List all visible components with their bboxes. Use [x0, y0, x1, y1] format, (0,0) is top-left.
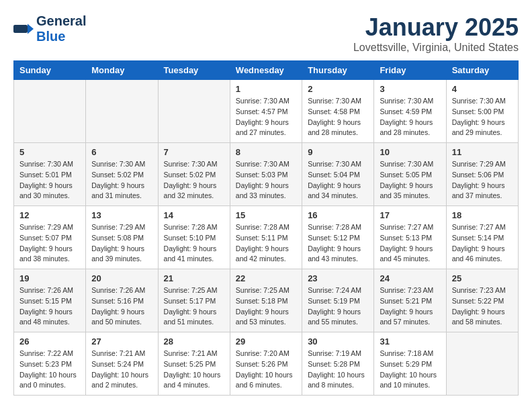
- calendar-table: SundayMondayTuesdayWednesdayThursdayFrid…: [13, 60, 519, 396]
- day-number: 24: [380, 273, 440, 283]
- day-number: 4: [452, 84, 513, 94]
- day-number: 5: [19, 147, 80, 157]
- calendar-header-row: SundayMondayTuesdayWednesdayThursdayFrid…: [14, 61, 519, 80]
- day-info: Sunrise: 7:30 AM Sunset: 5:02 PM Dayligh…: [164, 159, 224, 201]
- day-number: 28: [164, 336, 224, 347]
- day-info: Sunrise: 7:18 AM Sunset: 5:29 PM Dayligh…: [380, 349, 440, 391]
- calendar-cell: 14Sunrise: 7:28 AM Sunset: 5:10 PM Dayli…: [158, 206, 230, 269]
- calendar-cell: [14, 80, 86, 143]
- day-info: Sunrise: 7:27 AM Sunset: 5:14 PM Dayligh…: [452, 222, 513, 265]
- day-info: Sunrise: 7:29 AM Sunset: 5:08 PM Dayligh…: [91, 222, 152, 265]
- calendar-cell: 28Sunrise: 7:21 AM Sunset: 5:25 PM Dayli…: [158, 332, 230, 396]
- calendar-week-row: 5Sunrise: 7:30 AM Sunset: 5:01 PM Daylig…: [14, 143, 519, 206]
- calendar-cell: 15Sunrise: 7:28 AM Sunset: 5:11 PM Dayli…: [230, 206, 302, 269]
- header-friday: Friday: [374, 61, 446, 80]
- calendar-cell: 12Sunrise: 7:29 AM Sunset: 5:07 PM Dayli…: [14, 206, 86, 269]
- day-number: 11: [452, 147, 513, 157]
- day-number: 6: [91, 147, 152, 157]
- day-number: 16: [308, 210, 368, 220]
- logo-general: General: [36, 13, 86, 28]
- calendar-cell: 8Sunrise: 7:30 AM Sunset: 5:03 PM Daylig…: [230, 143, 302, 206]
- day-info: Sunrise: 7:27 AM Sunset: 5:13 PM Dayligh…: [380, 222, 440, 265]
- day-info: Sunrise: 7:21 AM Sunset: 5:24 PM Dayligh…: [91, 349, 152, 391]
- calendar-cell: 21Sunrise: 7:25 AM Sunset: 5:17 PM Dayli…: [158, 269, 230, 332]
- calendar-cell: 3Sunrise: 7:30 AM Sunset: 4:59 PM Daylig…: [374, 80, 446, 143]
- day-info: Sunrise: 7:30 AM Sunset: 5:03 PM Dayligh…: [236, 159, 296, 201]
- day-info: Sunrise: 7:21 AM Sunset: 5:25 PM Dayligh…: [164, 349, 224, 391]
- page-header: General Blue January 2025 Lovettsville, …: [13, 13, 519, 54]
- day-number: 10: [380, 147, 440, 157]
- day-number: 14: [164, 210, 224, 220]
- calendar-cell: 13Sunrise: 7:29 AM Sunset: 5:08 PM Dayli…: [86, 206, 158, 269]
- day-info: Sunrise: 7:25 AM Sunset: 5:17 PM Dayligh…: [164, 285, 224, 328]
- day-number: 1: [236, 84, 296, 94]
- day-info: Sunrise: 7:19 AM Sunset: 5:28 PM Dayligh…: [308, 349, 368, 391]
- day-number: 15: [236, 210, 296, 220]
- day-info: Sunrise: 7:29 AM Sunset: 5:06 PM Dayligh…: [452, 159, 513, 201]
- calendar-week-row: 19Sunrise: 7:26 AM Sunset: 5:15 PM Dayli…: [14, 269, 519, 332]
- calendar-week-row: 26Sunrise: 7:22 AM Sunset: 5:23 PM Dayli…: [14, 332, 519, 396]
- header-tuesday: Tuesday: [158, 61, 230, 80]
- day-info: Sunrise: 7:24 AM Sunset: 5:19 PM Dayligh…: [308, 285, 368, 328]
- calendar-cell: [158, 80, 230, 143]
- calendar-cell: 4Sunrise: 7:30 AM Sunset: 5:00 PM Daylig…: [446, 80, 518, 143]
- calendar-week-row: 1Sunrise: 7:30 AM Sunset: 4:57 PM Daylig…: [14, 80, 519, 143]
- calendar-cell: 27Sunrise: 7:21 AM Sunset: 5:24 PM Dayli…: [86, 332, 158, 396]
- day-number: 30: [308, 336, 368, 347]
- calendar-cell: 16Sunrise: 7:28 AM Sunset: 5:12 PM Dayli…: [302, 206, 374, 269]
- day-info: Sunrise: 7:25 AM Sunset: 5:18 PM Dayligh…: [236, 285, 296, 328]
- day-number: 18: [452, 210, 513, 220]
- logo-blue: Blue: [36, 29, 65, 44]
- day-info: Sunrise: 7:23 AM Sunset: 5:22 PM Dayligh…: [452, 285, 513, 328]
- logo: General Blue: [13, 13, 86, 44]
- calendar-cell: 6Sunrise: 7:30 AM Sunset: 5:02 PM Daylig…: [86, 143, 158, 206]
- day-number: 31: [380, 336, 440, 347]
- calendar-cell: 1Sunrise: 7:30 AM Sunset: 4:57 PM Daylig…: [230, 80, 302, 143]
- day-info: Sunrise: 7:26 AM Sunset: 5:15 PM Dayligh…: [19, 285, 80, 328]
- day-number: 21: [164, 273, 224, 283]
- day-number: 29: [236, 336, 296, 347]
- day-number: 22: [236, 273, 296, 283]
- day-info: Sunrise: 7:30 AM Sunset: 5:00 PM Dayligh…: [452, 96, 513, 138]
- calendar-cell: 17Sunrise: 7:27 AM Sunset: 5:13 PM Dayli…: [374, 206, 446, 269]
- day-info: Sunrise: 7:28 AM Sunset: 5:11 PM Dayligh…: [236, 222, 296, 265]
- calendar-cell: 30Sunrise: 7:19 AM Sunset: 5:28 PM Dayli…: [302, 332, 374, 396]
- day-info: Sunrise: 7:30 AM Sunset: 4:59 PM Dayligh…: [380, 96, 440, 138]
- calendar-cell: 24Sunrise: 7:23 AM Sunset: 5:21 PM Dayli…: [374, 269, 446, 332]
- day-number: 25: [452, 273, 513, 283]
- day-info: Sunrise: 7:30 AM Sunset: 5:01 PM Dayligh…: [19, 159, 80, 201]
- header-wednesday: Wednesday: [230, 61, 302, 80]
- calendar-cell: 10Sunrise: 7:30 AM Sunset: 5:05 PM Dayli…: [374, 143, 446, 206]
- day-number: 13: [91, 210, 152, 220]
- calendar-cell: 29Sunrise: 7:20 AM Sunset: 5:26 PM Dayli…: [230, 332, 302, 396]
- day-info: Sunrise: 7:20 AM Sunset: 5:26 PM Dayligh…: [236, 349, 296, 391]
- day-info: Sunrise: 7:23 AM Sunset: 5:21 PM Dayligh…: [380, 285, 440, 328]
- day-number: 7: [164, 147, 224, 157]
- calendar-cell: 11Sunrise: 7:29 AM Sunset: 5:06 PM Dayli…: [446, 143, 518, 206]
- calendar-week-row: 12Sunrise: 7:29 AM Sunset: 5:07 PM Dayli…: [14, 206, 519, 269]
- calendar-title: January 2025: [353, 13, 519, 42]
- day-number: 17: [380, 210, 440, 220]
- calendar-cell: 20Sunrise: 7:26 AM Sunset: 5:16 PM Dayli…: [86, 269, 158, 332]
- day-info: Sunrise: 7:28 AM Sunset: 5:10 PM Dayligh…: [164, 222, 224, 265]
- day-info: Sunrise: 7:30 AM Sunset: 4:58 PM Dayligh…: [308, 96, 368, 138]
- day-number: 8: [236, 147, 296, 157]
- header-monday: Monday: [86, 61, 158, 80]
- calendar-cell: 25Sunrise: 7:23 AM Sunset: 5:22 PM Dayli…: [446, 269, 518, 332]
- title-section: January 2025 Lovettsville, Virginia, Uni…: [353, 13, 519, 54]
- day-number: 20: [91, 273, 152, 283]
- day-info: Sunrise: 7:26 AM Sunset: 5:16 PM Dayligh…: [91, 285, 152, 328]
- day-number: 9: [308, 147, 368, 157]
- day-info: Sunrise: 7:30 AM Sunset: 4:57 PM Dayligh…: [236, 96, 296, 138]
- day-number: 27: [91, 336, 152, 347]
- day-info: Sunrise: 7:30 AM Sunset: 5:02 PM Dayligh…: [91, 159, 152, 201]
- day-info: Sunrise: 7:29 AM Sunset: 5:07 PM Dayligh…: [19, 222, 80, 265]
- day-number: 12: [19, 210, 80, 220]
- day-info: Sunrise: 7:30 AM Sunset: 5:05 PM Dayligh…: [380, 159, 440, 201]
- calendar-cell: 31Sunrise: 7:18 AM Sunset: 5:29 PM Dayli…: [374, 332, 446, 396]
- day-number: 19: [19, 273, 80, 283]
- calendar-cell: [86, 80, 158, 143]
- day-number: 3: [380, 84, 440, 94]
- day-number: 26: [19, 336, 80, 347]
- header-sunday: Sunday: [14, 61, 86, 80]
